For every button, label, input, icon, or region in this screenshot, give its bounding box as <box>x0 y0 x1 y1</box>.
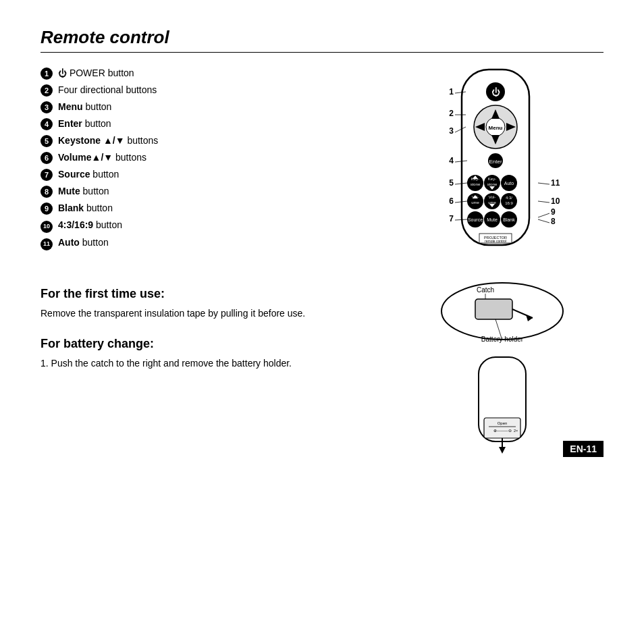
item-label: Four directional buttons <box>58 83 157 97</box>
item-number: 7 <box>41 169 53 181</box>
svg-text:Menu: Menu <box>489 125 503 131</box>
item-number: 10 <box>41 221 53 233</box>
item-number: 5 <box>41 135 53 147</box>
first-time-title: For the first time use: <box>41 287 387 301</box>
svg-marker-79 <box>499 447 506 454</box>
svg-line-61 <box>538 201 549 203</box>
svg-text:3: 3 <box>449 126 454 136</box>
svg-text:stone: stone <box>487 182 498 186</box>
bottom-right-illustrations: Catch Battery holder Open ⊕———⊖ <box>401 271 603 457</box>
bottom-left-content: For the first time use: Remove the trans… <box>41 271 387 457</box>
svg-text:4: 4 <box>449 156 454 165</box>
item-number: 8 <box>41 186 53 198</box>
svg-text:16:9: 16:9 <box>505 201 513 205</box>
bottom-sections: For the first time use: Remove the trans… <box>41 271 603 457</box>
page-number: EN-11 <box>563 441 603 457</box>
first-time-text: Remove the transparent insulation tape b… <box>41 306 324 321</box>
item-label: Keystone ▲/▼ buttons <box>58 134 158 148</box>
list-item: 1 ⏻ POWER button <box>41 66 387 80</box>
battery-compartment-illustration: Open ⊕———⊖ 2× <box>458 354 546 457</box>
button-list: 1 ⏻ POWER button 2 Four directional butt… <box>41 66 387 250</box>
svg-text:1: 1 <box>449 87 454 97</box>
item-label: ⏻ POWER button <box>58 66 134 80</box>
item-label: Auto button <box>58 236 109 250</box>
svg-text:5: 5 <box>449 178 454 188</box>
svg-text:Key-: Key- <box>488 177 496 181</box>
svg-text:remote control: remote control <box>485 239 506 243</box>
list-item: 5 Keystone ▲/▼ buttons <box>41 134 387 148</box>
list-item: 2 Four directional buttons <box>41 83 387 97</box>
svg-text:Open: Open <box>498 421 508 425</box>
power-icon: ⏻ <box>58 68 67 78</box>
svg-text:Mute: Mute <box>487 217 498 222</box>
item-label: Menu button <box>58 100 111 114</box>
svg-text:9: 9 <box>551 207 556 217</box>
battery-compartment-svg: Open ⊕———⊖ 2× <box>458 354 546 455</box>
list-item: 7 Source button <box>41 167 387 182</box>
list-item: 8 Mute button <box>41 184 387 198</box>
title-divider <box>41 52 603 53</box>
svg-line-60 <box>538 183 549 184</box>
list-item: 4 Enter button <box>41 117 387 131</box>
svg-text:Catch: Catch <box>477 286 494 294</box>
item-label: Source button <box>58 167 119 182</box>
svg-text:4:3/: 4:3/ <box>506 196 512 200</box>
item-label: Mute button <box>58 184 109 198</box>
svg-line-63 <box>538 219 549 223</box>
list-item: 6 Volume▲/▼ buttons <box>41 151 387 165</box>
svg-text:7: 7 <box>449 214 454 223</box>
battery-holder-illustration: Catch Battery holder <box>435 271 570 347</box>
svg-rect-65 <box>475 299 512 319</box>
svg-text:8: 8 <box>551 217 556 226</box>
battery-change-title: For battery change: <box>41 337 387 351</box>
svg-text:ume: ume <box>471 200 479 205</box>
svg-text:Enter: Enter <box>489 159 502 165</box>
battery-holder-svg: Catch Battery holder <box>435 271 570 345</box>
item-number: 4 <box>41 118 53 130</box>
battery-change-section: For battery change: 1. Push the catch to… <box>41 337 387 371</box>
svg-text:⊕———⊖: ⊕———⊖ <box>493 429 512 433</box>
item-label: 4:3/16:9 button <box>58 218 122 232</box>
list-item: 11 Auto button <box>41 236 387 250</box>
item-number: 6 <box>41 152 53 164</box>
item-number: 3 <box>41 101 53 113</box>
first-time-section: For the first time use: Remove the trans… <box>41 287 387 321</box>
page-title: Remote control <box>41 27 603 48</box>
item-label: Volume▲/▼ buttons <box>58 151 146 165</box>
svg-text:Auto: Auto <box>504 181 514 186</box>
list-item: 9 Blank button <box>41 201 387 215</box>
remote-control-column: ⏻ Menu <box>401 66 603 264</box>
svg-text:6: 6 <box>449 196 454 206</box>
item-number: 1 <box>41 68 53 80</box>
svg-text:11: 11 <box>551 178 560 188</box>
svg-text:stone: stone <box>471 182 481 186</box>
item-number: 9 <box>41 203 53 215</box>
svg-line-62 <box>538 213 549 217</box>
svg-text:Vol-: Vol- <box>489 195 495 199</box>
remote-svg: ⏻ Menu <box>414 66 590 262</box>
item-number: 11 <box>41 238 53 250</box>
svg-text:Blank: Blank <box>503 217 515 222</box>
svg-text:Source: Source <box>468 217 483 222</box>
remote-control-image: ⏻ Menu <box>414 66 590 264</box>
list-item: 10 4:3/16:9 button <box>41 218 387 233</box>
svg-text:2×: 2× <box>514 429 518 433</box>
svg-text:10: 10 <box>551 196 560 206</box>
item-label: Blank button <box>58 201 113 215</box>
button-list-column: 1 ⏻ POWER button 2 Four directional butt… <box>41 66 387 264</box>
svg-text:Battery holder: Battery holder <box>481 336 524 343</box>
list-item: 3 Menu button <box>41 100 387 114</box>
item-number: 2 <box>41 84 53 97</box>
svg-text:2: 2 <box>449 109 454 118</box>
svg-text:⏻: ⏻ <box>491 87 500 97</box>
main-content: 1 ⏻ POWER button 2 Four directional butt… <box>41 66 603 264</box>
item-label: Enter button <box>58 117 111 131</box>
battery-step1: 1. Push the catch to the right and remov… <box>41 356 387 371</box>
page-container: Remote control 1 ⏻ POWER button 2 Four d… <box>0 0 644 471</box>
